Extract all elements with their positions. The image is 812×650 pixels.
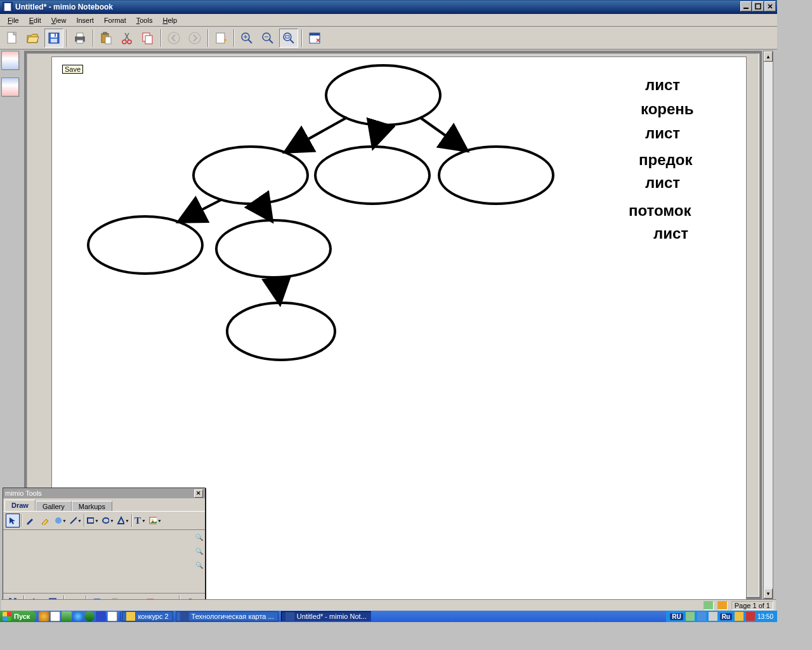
window-title: Untitled* - mimio Notebook: [15, 3, 113, 11]
tools-titlebar[interactable]: mimio Tools ✕: [3, 488, 205, 498]
svg-point-14: [128, 40, 131, 44]
copy-button[interactable]: [138, 29, 157, 48]
taskbar-item-1[interactable]: конкурс 2: [122, 611, 173, 621]
print-button[interactable]: [70, 29, 89, 48]
word-doc-icon: [180, 612, 189, 621]
menu-help[interactable]: Help: [157, 15, 182, 25]
svg-line-38: [277, 277, 280, 302]
svg-point-32: [227, 303, 335, 360]
label-descendant[interactable]: потомок: [629, 202, 691, 220]
tab-markups[interactable]: Markups: [72, 501, 112, 511]
zoom-in-icon[interactable]: 🔍: [195, 533, 204, 541]
zoom-out-icon[interactable]: 🔍: [195, 547, 204, 555]
taskbar-item-2[interactable]: Технологическая карта ...: [176, 611, 278, 621]
svg-point-26: [326, 65, 440, 125]
side-thumb-1[interactable]: [1, 51, 19, 70]
maximize-button[interactable]: [752, 1, 764, 11]
clock[interactable]: 13:50: [757, 613, 773, 620]
scroll-up-icon[interactable]: ▲: [764, 51, 773, 62]
ql-icon-2[interactable]: [50, 611, 60, 621]
tools-tabs: Draw Gallery Markups: [3, 498, 205, 511]
new-button[interactable]: [3, 29, 22, 48]
eraser-tool[interactable]: ▼: [53, 514, 67, 527]
save-button[interactable]: [44, 29, 63, 48]
tab-gallery[interactable]: Gallery: [36, 501, 72, 511]
tray-icon-3[interactable]: [709, 612, 717, 621]
menu-file[interactable]: File: [3, 15, 24, 25]
label-leaf-4[interactable]: лист: [653, 225, 688, 242]
tools-draw-toolbar: ▼ ▼ ▼ ▼ ▼ T▼ ▼: [3, 511, 205, 529]
app-icon: [3, 2, 13, 12]
vertical-scrollbar[interactable]: ▲ ▼: [763, 51, 773, 599]
zoom-in-button[interactable]: [237, 29, 256, 48]
tray-icon-1[interactable]: [686, 612, 695, 621]
tab-draw[interactable]: Draw: [4, 500, 36, 511]
menu-view[interactable]: View: [46, 15, 72, 25]
tray-antivirus-icon[interactable]: [746, 612, 755, 621]
scroll-down-icon[interactable]: ▼: [764, 588, 773, 599]
zoom-fit-button[interactable]: [279, 29, 298, 48]
tray-icon-2[interactable]: [697, 612, 706, 621]
select-tool[interactable]: [6, 514, 20, 527]
svg-rect-41: [88, 518, 94, 523]
lang-indicator-2[interactable]: Ru: [720, 613, 732, 620]
insert-image-tool[interactable]: ▼: [148, 514, 162, 527]
pen-tool[interactable]: [23, 514, 37, 527]
triangle-tool[interactable]: ▼: [116, 514, 130, 527]
label-ancestor[interactable]: предок: [639, 151, 692, 169]
rect-tool[interactable]: ▼: [86, 514, 100, 527]
start-button[interactable]: Пуск: [0, 611, 36, 622]
svg-line-34: [374, 125, 380, 146]
lang-indicator-1[interactable]: RU: [670, 613, 683, 620]
zoom-reset-icon[interactable]: 🔍: [195, 560, 204, 569]
label-leaf-1[interactable]: лист: [645, 76, 680, 94]
tools-panel[interactable]: mimio Tools ✕ Draw Gallery Markups ▼ ▼ ▼…: [3, 488, 206, 611]
mimio-doc-icon: [285, 612, 294, 621]
label-leaf-3[interactable]: лист: [645, 174, 680, 192]
ql-icon-7[interactable]: [107, 611, 117, 621]
svg-rect-9: [77, 40, 83, 43]
text-tool[interactable]: T▼: [133, 514, 147, 527]
line-tool[interactable]: ▼: [69, 514, 82, 527]
tools-close-button[interactable]: ✕: [194, 489, 203, 498]
tray-volume-icon[interactable]: [735, 612, 743, 621]
minimize-button[interactable]: [740, 1, 752, 11]
taskbar-item-3[interactable]: Untitled* - mimio Not...: [281, 611, 371, 621]
svg-rect-23: [285, 36, 289, 38]
svg-point-18: [189, 32, 200, 44]
svg-line-35: [420, 117, 466, 150]
side-panel: [1, 51, 22, 96]
highlighter-tool[interactable]: [38, 514, 52, 527]
menu-tools[interactable]: Tools: [131, 15, 158, 25]
ellipse-tool[interactable]: ▼: [101, 514, 115, 527]
cut-button[interactable]: [117, 29, 136, 48]
folder-icon: [126, 612, 135, 621]
ql-icon-5[interactable]: [84, 611, 95, 621]
menu-insert[interactable]: Insert: [71, 15, 99, 25]
menu-edit[interactable]: Edit: [24, 15, 46, 25]
paste-button[interactable]: [96, 29, 115, 48]
label-root[interactable]: корень: [641, 100, 694, 118]
ql-icon-6[interactable]: [96, 611, 106, 621]
svg-rect-8: [77, 33, 83, 37]
windows-flag-icon: [3, 612, 11, 621]
svg-point-30: [88, 216, 202, 274]
svg-point-17: [168, 32, 180, 44]
svg-point-29: [439, 147, 553, 204]
svg-rect-16: [145, 36, 152, 44]
svg-point-13: [122, 40, 126, 44]
side-thumb-2[interactable]: [1, 77, 19, 96]
zoom-out-button[interactable]: [258, 29, 277, 48]
ql-icon-4[interactable]: [73, 611, 83, 621]
menu-format[interactable]: Format: [99, 15, 131, 25]
close-button[interactable]: [764, 1, 776, 11]
label-leaf-2[interactable]: лист: [645, 124, 680, 142]
open-button[interactable]: [23, 29, 43, 48]
back-button[interactable]: [164, 29, 183, 48]
ql-icon-1[interactable]: [39, 611, 49, 621]
ql-icon-3[interactable]: [62, 611, 72, 621]
fullscreen-button[interactable]: [305, 29, 324, 48]
svg-rect-25: [310, 33, 320, 36]
new-page-button[interactable]: [211, 29, 230, 48]
forward-button[interactable]: [185, 29, 204, 48]
